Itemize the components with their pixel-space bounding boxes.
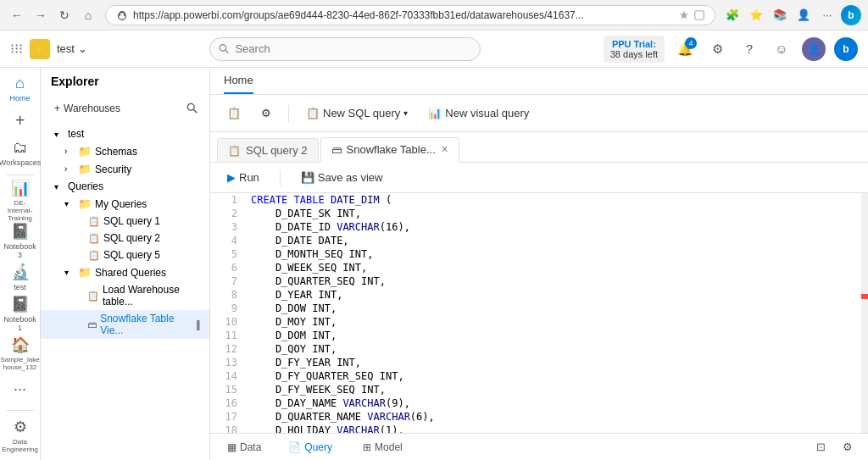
folder-icon: 📁: [78, 163, 92, 175]
ppu-trial-badge: PPU Trial: 38 days left: [604, 36, 665, 63]
sidebar-item-test[interactable]: 🔬 test: [3, 263, 37, 291]
notification-button[interactable]: 🔔 4: [673, 37, 697, 61]
code-line-row: 14 D_FY_QUARTER_SEQ INT,: [210, 369, 868, 383]
line-number: 13: [210, 356, 244, 369]
folder-icon: 📁: [78, 197, 92, 210]
create-icon: +: [15, 111, 25, 130]
tree-item-label: Queries: [68, 180, 103, 192]
tree-item-load-warehouse[interactable]: 📋 Load Warehouse table...: [41, 281, 209, 310]
code-content: D_DATE_ID VARCHAR(16),: [244, 220, 868, 234]
tree-item-security[interactable]: › 📁 Security: [41, 160, 209, 178]
tab-close-button[interactable]: ✕: [441, 144, 448, 155]
code-content: D_MOY INT,: [244, 315, 868, 329]
query-icon: 🗃: [87, 319, 97, 330]
editor-toolbar: ▶ Run 💾 Save as view: [210, 163, 868, 193]
search-input[interactable]: [235, 42, 471, 55]
tree-item-schemas[interactable]: › 📁 Schemas: [41, 142, 209, 160]
star-icon[interactable]: [679, 10, 689, 20]
tree-item-sql-query-2[interactable]: 📋 SQL query 2: [41, 230, 209, 247]
code-line-row: 16 D_DAY_NAME VARCHAR(9),: [210, 396, 868, 410]
sidebar-item-create[interactable]: +: [3, 107, 37, 136]
tree-item-sql-query-1[interactable]: 📋 SQL query 1: [41, 213, 209, 230]
bottom-tab-model[interactable]: ⊞ Model: [356, 438, 409, 457]
sidebar-item-more[interactable]: ···: [3, 374, 37, 403]
more-button[interactable]: ···: [817, 5, 837, 25]
sidebar-item-data-engineering[interactable]: ⚙ Data Engineering: [3, 418, 37, 453]
line-number: 15: [210, 383, 244, 396]
browser-url-bar[interactable]: https://app.powerbi.com/groups/ae69d444-…: [105, 5, 715, 25]
search-bar[interactable]: [209, 37, 481, 61]
code-editor[interactable]: 1CREATE TABLE DATE_DIM (2 D_DATE_SK INT,…: [210, 193, 868, 433]
toolbar-doc-icon: 📋: [227, 107, 241, 119]
line-number: 18: [210, 424, 244, 433]
explorer-search-button[interactable]: [182, 98, 203, 119]
svg-point-4: [187, 103, 194, 110]
profiles-button[interactable]: 👤: [793, 5, 814, 25]
line-number: 5: [210, 247, 244, 261]
sidebar-item-notebook3[interactable]: 📓 Notebook 3: [3, 222, 37, 259]
sidebar-item-home[interactable]: ⌂ Home: [3, 75, 37, 103]
bottom-settings-button[interactable]: ⚙: [837, 437, 858, 457]
tree-item-label: Schemas: [95, 146, 137, 158]
refresh-button[interactable]: ↻: [54, 5, 75, 25]
sidebar-item-de-training[interactable]: 📊 DE-Internal-Training: [3, 181, 37, 219]
tree-item-queries[interactable]: ▾ Queries: [41, 178, 209, 195]
bottom-layout-button[interactable]: ⊡: [810, 437, 831, 457]
code-line-row: 11 D_DOM INT,: [210, 329, 868, 342]
apps-icon[interactable]: ⁝⁝⁝: [10, 41, 23, 57]
toolbar-icon1-button[interactable]: 📋: [220, 103, 248, 123]
workspaces-icon: 🗂: [13, 139, 28, 157]
settings-button[interactable]: ⚙: [705, 37, 729, 61]
line-number: 6: [210, 261, 244, 274]
add-icon: +: [54, 103, 60, 114]
run-button[interactable]: ▶ Run: [220, 168, 266, 187]
tree-item-label: Snowflake Table Vie...: [100, 313, 193, 336]
code-line-row: 13 D_FY_YEAR INT,: [210, 356, 868, 369]
sidebar-item-notebook1[interactable]: 📓 Notebook 1: [3, 295, 37, 332]
help-button[interactable]: ?: [737, 37, 761, 61]
bing-button[interactable]: b: [834, 37, 858, 61]
code-line-row: 6 D_WEEK_SEQ INT,: [210, 261, 868, 274]
tab-sql-query-2[interactable]: 📋 SQL query 2: [217, 138, 319, 162]
favorites-button[interactable]: ⭐: [746, 5, 766, 25]
tree-item-my-queries[interactable]: ▾ 📁 My Queries: [41, 195, 209, 213]
forward-button[interactable]: →: [31, 5, 51, 25]
collections-button[interactable]: 📚: [770, 5, 790, 25]
bottom-tab-data[interactable]: ▦ Data: [220, 438, 268, 457]
user-avatar[interactable]: 👤: [802, 37, 826, 61]
sidebar-item-workspaces[interactable]: 🗂 Workspaces: [3, 139, 37, 168]
tab-label: Snowflake Table...: [347, 143, 436, 156]
tab-snowflake-table[interactable]: 🗃 Snowflake Table... ✕: [320, 137, 459, 163]
add-warehouses-button[interactable]: + Warehouses: [47, 100, 127, 117]
chevron-right-icon: ›: [64, 147, 75, 156]
query-icon: 📋: [87, 291, 99, 302]
tree-item-snowflake-view[interactable]: 🗃 Snowflake Table Vie... ▌: [41, 310, 209, 339]
line-number: 2: [210, 207, 244, 220]
query-icon: 📋: [88, 233, 100, 244]
back-button[interactable]: ←: [7, 5, 27, 25]
sidebar-item-sample[interactable]: 🏠 Sample_lake house_132: [3, 335, 37, 371]
tree-item-test[interactable]: ▾ test: [41, 125, 209, 142]
new-sql-query-button[interactable]: 📋 New SQL query ▾: [299, 103, 415, 123]
emoji-button[interactable]: ☺: [770, 37, 793, 61]
home-tab[interactable]: Home: [224, 68, 253, 94]
code-line-row: 18 D_HOLIDAY VARCHAR(1),: [210, 424, 868, 433]
chevron-down-icon: ▾: [64, 199, 75, 208]
extensions-button[interactable]: 🧩: [722, 5, 743, 25]
workspace-chevron: ⌄: [78, 42, 87, 55]
bottom-tab-query[interactable]: 📄 Query: [281, 438, 342, 457]
toolbar-icon2-button[interactable]: ⚙: [254, 103, 278, 123]
new-visual-query-button[interactable]: 📊 New visual query: [421, 103, 536, 123]
code-line-row: 10 D_MOY INT,: [210, 315, 868, 329]
code-content: D_QOY INT,: [244, 342, 868, 356]
save-as-view-button[interactable]: 💾 Save as view: [294, 168, 390, 187]
content-area: Home 📋 ⚙ 📋 New SQL query ▾ 📊: [210, 68, 868, 460]
tree-item-sql-query-5[interactable]: 📋 SQL query 5: [41, 247, 209, 263]
scroll-marker: [861, 294, 868, 299]
collection-icon[interactable]: [694, 10, 704, 20]
scrollbar-track[interactable]: [861, 193, 868, 433]
tree-item-shared-queries[interactable]: ▾ 📁 Shared Queries: [41, 263, 209, 281]
home-button[interactable]: ⌂: [78, 5, 98, 25]
line-number: 16: [210, 396, 244, 410]
workspace-selector[interactable]: test ⌄: [57, 42, 87, 55]
